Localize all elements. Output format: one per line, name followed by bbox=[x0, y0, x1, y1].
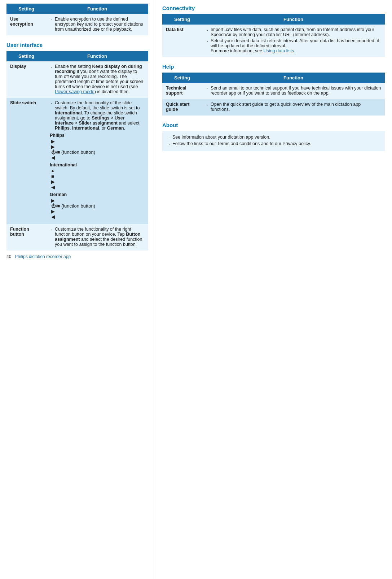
encryption-setting: Use encryption bbox=[6, 14, 46, 35]
list-item: Customize the functionality of the slide… bbox=[50, 100, 145, 131]
table-row: Function button Customize the functional… bbox=[6, 224, 148, 251]
philips-subsection: Philips ▶ ▶ ⏻/■ (function button) ◀ bbox=[50, 133, 145, 160]
app-name-footer: Philips dictation recorder app bbox=[15, 254, 71, 259]
ui-col-setting: Setting bbox=[6, 51, 46, 61]
list-item: ■ bbox=[51, 174, 145, 179]
international-label: International bbox=[50, 162, 145, 167]
philips-items-list: ▶ ▶ ⏻/■ (function button) ◀ bbox=[51, 139, 145, 160]
table-row: Technical support Send an email to our t… bbox=[162, 83, 385, 99]
list-item: ▶ bbox=[51, 179, 145, 184]
help-col-setting: Setting bbox=[162, 73, 202, 83]
encryption-function: Enable encryption to use the defined enc… bbox=[46, 14, 148, 35]
list-item: ◀ bbox=[51, 155, 145, 160]
encryption-function-list: Enable encryption to use the defined enc… bbox=[50, 17, 145, 32]
list-item: Enable encryption to use the defined enc… bbox=[50, 17, 145, 32]
quick-start-list: Open the quick start guide to get a quic… bbox=[206, 102, 381, 112]
help-table: Setting Function Technical support Send … bbox=[162, 73, 385, 116]
list-item: ⏻/■ (function button) bbox=[51, 149, 145, 155]
user-interface-heading: User interface bbox=[6, 42, 148, 48]
bold-german: German bbox=[107, 126, 124, 131]
slide-switch-setting: Slide switch bbox=[6, 98, 46, 224]
help-col-function: Function bbox=[202, 73, 385, 83]
list-item: See information about your dictation app… bbox=[167, 135, 380, 140]
display-function: Enable the setting Keep display on durin… bbox=[46, 61, 148, 98]
encryption-col-function: Function bbox=[46, 4, 148, 14]
function-button-setting: Function button bbox=[6, 224, 46, 251]
list-item: Customize the functionality of the right… bbox=[50, 227, 145, 247]
table-row: Use encryption Enable encryption to use … bbox=[6, 14, 148, 35]
list-item: Follow the links to our Terms and condit… bbox=[167, 141, 380, 146]
philips-label: Philips bbox=[50, 133, 145, 138]
about-list: See information about your dictation app… bbox=[167, 135, 380, 146]
technical-support-list: Send an email to our technical support i… bbox=[206, 86, 381, 96]
connectivity-heading: Connectivity bbox=[162, 5, 385, 11]
connectivity-table: Setting Function Data list Import .csv f… bbox=[162, 14, 385, 57]
bold-settings: Settings bbox=[92, 116, 109, 121]
help-heading: Help bbox=[162, 64, 385, 70]
list-item: Import .csv files with data, such as pat… bbox=[206, 27, 381, 37]
about-heading: About bbox=[162, 122, 385, 128]
function-button-function: Customize the functionality of the right… bbox=[46, 224, 148, 251]
list-item: ⏻/■ (function button) bbox=[51, 203, 145, 209]
connectivity-col-setting: Setting bbox=[162, 14, 202, 25]
display-function-list: Enable the setting Keep display on durin… bbox=[50, 64, 145, 94]
list-item: ▶ bbox=[51, 198, 145, 203]
user-interface-table: Setting Function Display Enable the sett… bbox=[6, 51, 148, 251]
technical-support-function: Send an email to our technical support i… bbox=[202, 83, 385, 99]
technical-support-setting: Technical support bbox=[162, 83, 202, 99]
slide-switch-function: Customize the functionality of the slide… bbox=[46, 98, 148, 224]
data-list-function: Import .csv files with data, such as pat… bbox=[202, 25, 385, 57]
display-setting: Display bbox=[6, 61, 46, 98]
table-row: Display Enable the setting Keep display … bbox=[6, 61, 148, 98]
list-item: ◀ bbox=[51, 184, 145, 190]
list-item: ▶ bbox=[51, 209, 145, 214]
bold-international: International bbox=[55, 110, 82, 116]
quick-start-function: Open the quick start guide to get a quic… bbox=[202, 99, 385, 116]
list-item: ● bbox=[51, 168, 145, 174]
about-box: See information about your dictation app… bbox=[162, 131, 385, 151]
data-list-fn-list: Import .csv files with data, such as pat… bbox=[206, 27, 381, 53]
bold-slider: Slider assignment bbox=[79, 121, 118, 126]
international-items-list: ● ■ ▶ ◀ bbox=[51, 168, 145, 190]
german-label: German bbox=[50, 192, 145, 197]
encryption-table: Setting Function Use encryption Enable e… bbox=[6, 4, 148, 35]
page-number: 40 bbox=[6, 254, 11, 259]
bold-philips: Philips bbox=[55, 126, 70, 131]
encryption-col-setting: Setting bbox=[6, 4, 46, 14]
using-data-lists-link[interactable]: Using data lists. bbox=[264, 48, 295, 53]
international-subsection: International ● ■ ▶ ◀ bbox=[50, 162, 145, 190]
ui-col-function: Function bbox=[46, 51, 148, 61]
list-item: ▶ bbox=[51, 139, 145, 144]
data-list-setting: Data list bbox=[162, 25, 202, 57]
german-items-list: ▶ ⏻/■ (function button) ▶ ◀ bbox=[51, 198, 145, 219]
quick-start-setting: Quick start guide bbox=[162, 99, 202, 116]
german-subsection: German ▶ ⏻/■ (function button) ▶ ◀ bbox=[50, 192, 145, 219]
bold-international2: International bbox=[72, 126, 99, 131]
table-row: Data list Import .csv files with data, s… bbox=[162, 25, 385, 57]
table-row: Slide switch Customize the functionality… bbox=[6, 98, 148, 224]
list-item: Enable the setting Keep display on durin… bbox=[50, 64, 145, 94]
slide-switch-list: Customize the functionality of the slide… bbox=[50, 100, 145, 131]
list-item: Send an email to our technical support i… bbox=[206, 86, 381, 96]
connectivity-col-function: Function bbox=[202, 14, 385, 25]
list-item: ◀ bbox=[51, 214, 145, 219]
list-item: Select your desired data list refresh in… bbox=[206, 38, 381, 53]
power-saving-link[interactable]: Power saving mode bbox=[55, 89, 94, 94]
bold-text: Keep display on during recording bbox=[55, 64, 142, 74]
list-item: Open the quick start guide to get a quic… bbox=[206, 102, 381, 112]
table-row: Quick start guide Open the quick start g… bbox=[162, 99, 385, 116]
function-button-list: Customize the functionality of the right… bbox=[50, 227, 145, 247]
list-item: ▶ bbox=[51, 144, 145, 149]
footer: 40 Philips dictation recorder app bbox=[6, 254, 148, 259]
bold-button-assignment: Button assignment bbox=[55, 232, 140, 242]
